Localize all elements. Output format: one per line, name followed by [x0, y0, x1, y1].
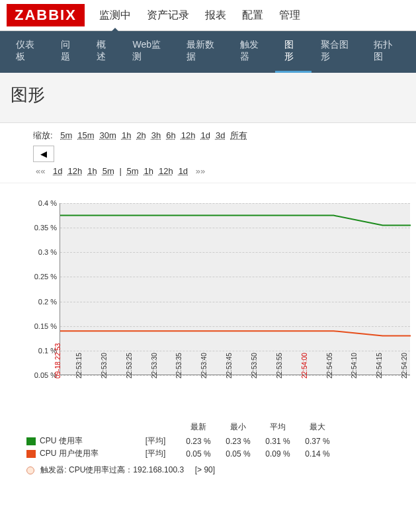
zoom-link[interactable]: 所有	[230, 130, 247, 140]
legend-value: 0.23 %	[218, 437, 258, 446]
page-title: 图形	[11, 83, 405, 107]
trigger-row: 触发器: CPU使用率过高：192.168.100.3 [> 90]	[26, 465, 410, 476]
zoom-link[interactable]: 3d	[216, 130, 225, 140]
trigger-swatch-icon	[26, 466, 34, 474]
legend: 最新 最小 平均 最大 CPU 使用率[平均]0.23 %0.23 %0.31 …	[26, 421, 410, 476]
y-tick-label: 0.25 %	[27, 273, 57, 281]
nav-right-arrows[interactable]: »»	[196, 166, 205, 176]
legend-value: 0.37 %	[298, 437, 337, 446]
y-tick-label: 0.1 %	[27, 347, 57, 355]
legend-name: CPU 使用率	[40, 436, 83, 445]
trigger-cond: [> 90]	[195, 465, 215, 474]
sub-nav-item[interactable]: 仪表板	[7, 31, 52, 73]
legend-value: 0.31 %	[258, 437, 298, 446]
zoom-label: 缩放:	[33, 130, 53, 140]
plot-area: 0.05 %0.1 %0.15 %0.2 %0.25 %0.3 %0.35 %0…	[60, 203, 410, 375]
legend-value: 0.05 %	[218, 449, 258, 459]
top-menu-item[interactable]: 报表	[204, 6, 228, 25]
zoom-link[interactable]: 5m	[60, 130, 72, 140]
zoom-link[interactable]: 12h	[181, 130, 196, 140]
legend-header: 最新 最小 平均 最大	[26, 421, 410, 433]
series-line	[60, 331, 411, 335]
time-nav-link[interactable]: 1h	[87, 166, 97, 176]
top-menu-item[interactable]: 资产记录	[146, 6, 190, 25]
legend-swatch-icon	[26, 450, 36, 458]
y-tick-label: 0.2 %	[27, 298, 57, 306]
time-nav-link[interactable]: 1d	[179, 166, 188, 176]
filter-bar: 缩放: 5m15m30m1h2h3h6h12h1d3d所有 ◀ «« 1d12h…	[0, 123, 416, 183]
y-tick-label: 0.4 %	[27, 199, 57, 207]
legend-col-max: 最大	[298, 421, 337, 433]
top-nav: ZABBIX 监测中资产记录报表配置管理	[0, 0, 416, 31]
time-nav-row: «« 1d12h1h5m | 5m1h12h1d »»	[33, 166, 383, 176]
sub-nav: 仪表板问题概述Web监测最新数据触发器图形聚合图形拓扑图	[0, 31, 416, 73]
time-nav-link[interactable]: 5m	[103, 166, 114, 176]
legend-value: 0.09 %	[258, 449, 298, 459]
chart-wrap: 0.05 %0.1 %0.15 %0.2 %0.25 %0.3 %0.35 %0…	[0, 197, 416, 482]
sub-nav-item[interactable]: 聚合图形	[312, 31, 365, 73]
y-tick-label: 0.15 %	[27, 322, 57, 330]
zoom-link[interactable]: 2h	[136, 130, 146, 140]
zoom-link[interactable]: 3h	[151, 130, 161, 140]
chart: 0.05 %0.1 %0.15 %0.2 %0.25 %0.3 %0.35 %0…	[13, 203, 410, 476]
chart-svg	[60, 203, 411, 375]
top-menu-item[interactable]: 配置	[241, 6, 265, 25]
page-title-bar: 图形	[0, 73, 416, 123]
time-nav-link[interactable]: 1d	[53, 166, 62, 176]
time-nav-link[interactable]: 12h	[68, 166, 83, 176]
time-nav-link[interactable]: 1h	[144, 166, 153, 176]
legend-agg: [平均]	[132, 435, 179, 447]
sub-nav-item[interactable]: 触发器	[231, 31, 276, 73]
ctrl-row: ◀	[33, 146, 383, 162]
zoom-link[interactable]: 1h	[122, 130, 131, 140]
legend-swatch-icon	[26, 437, 36, 445]
legend-col-avg: 平均	[258, 421, 298, 433]
top-menu: 监测中资产记录报表配置管理	[98, 6, 302, 25]
legend-value: 0.05 %	[179, 449, 218, 459]
top-menu-item[interactable]: 监测中	[98, 6, 132, 25]
trigger-label: 触发器: CPU使用率过高：192.168.100.3	[40, 465, 184, 474]
zoom-link[interactable]: 30m	[100, 130, 116, 140]
zoom-link[interactable]: 1d	[200, 130, 210, 140]
legend-value: 0.23 %	[179, 437, 218, 446]
legend-col-min: 最小	[218, 421, 258, 433]
zoom-link[interactable]: 15m	[77, 130, 94, 140]
logo[interactable]: ZABBIX	[7, 4, 85, 26]
sub-nav-item[interactable]: Web监测	[123, 31, 177, 73]
time-nav-link[interactable]: 12h	[159, 166, 173, 176]
prev-button[interactable]: ◀	[33, 146, 54, 162]
series-line	[60, 216, 411, 226]
zoom-link[interactable]: 6h	[166, 130, 175, 140]
sub-nav-item[interactable]: 概述	[87, 31, 123, 73]
legend-value: 0.14 %	[298, 449, 337, 459]
zoom-row: 缩放: 5m15m30m1h2h3h6h12h1d3d所有	[33, 130, 383, 142]
legend-row: CPU 使用率[平均]0.23 %0.23 %0.31 %0.37 %	[26, 435, 410, 447]
legend-row: CPU 用户使用率[平均]0.05 %0.05 %0.09 %0.14 %	[26, 448, 410, 459]
sub-nav-item[interactable]: 问题	[52, 31, 87, 73]
sub-nav-item[interactable]: 拓扑图	[364, 31, 409, 73]
legend-agg: [平均]	[132, 448, 179, 459]
sub-nav-item[interactable]: 图形	[275, 31, 311, 73]
y-tick-label: 0.3 %	[27, 248, 57, 256]
legend-col-latest: 最新	[179, 421, 218, 433]
legend-name: CPU 用户使用率	[40, 449, 99, 458]
y-tick-label: 0.05 %	[27, 371, 57, 379]
sub-nav-item[interactable]: 最新数据	[177, 31, 231, 73]
y-tick-label: 0.35 %	[27, 224, 57, 232]
top-menu-item[interactable]: 管理	[278, 6, 302, 25]
time-nav-link[interactable]: 5m	[126, 166, 138, 176]
nav-left-arrows[interactable]: ««	[36, 166, 48, 176]
